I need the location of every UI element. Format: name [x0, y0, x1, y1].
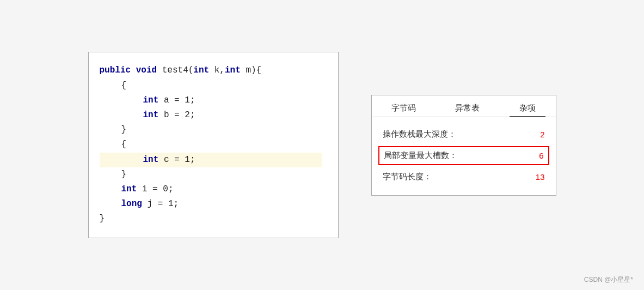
code-line: int i = 0; — [100, 182, 322, 197]
row-stack-value: 2 — [540, 130, 544, 139]
code-line: int c = 1; — [100, 153, 322, 167]
code-line: long j = 1; — [100, 197, 322, 212]
watermark: CSDN @小星星* — [584, 275, 633, 285]
info-body: 操作数栈最大深度：2局部变量最大槽数：6字节码长度：13 — [372, 117, 556, 195]
row-length-value: 13 — [536, 172, 545, 182]
tab-misc[interactable]: 杂项 — [510, 100, 545, 117]
code-line: } — [100, 123, 322, 137]
tabs-row: 字节码异常表杂项 — [372, 95, 556, 117]
code-line: int a = 1; — [100, 93, 322, 108]
row-length-label: 字节码长度： — [383, 172, 432, 182]
code-line: { — [100, 137, 322, 152]
row-locals-label: 局部变量最大槽数： — [384, 150, 457, 161]
code-panel: public void test4(int k,int m){ { int a … — [88, 52, 339, 238]
tab-exception[interactable]: 异常表 — [445, 100, 489, 117]
code-line: } — [100, 212, 322, 226]
tab-bytecode[interactable]: 字节码 — [382, 100, 426, 117]
code-line: } — [100, 167, 322, 182]
row-stack-label: 操作数栈最大深度： — [383, 129, 456, 140]
code-line: public void test4(int k,int m){ — [100, 63, 322, 78]
code-line: int b = 2; — [100, 108, 322, 123]
row-stack: 操作数栈最大深度：2 — [383, 125, 545, 144]
row-locals-value: 6 — [539, 151, 543, 160]
row-length: 字节码长度：13 — [383, 167, 545, 186]
info-panel: 字节码异常表杂项操作数栈最大深度：2局部变量最大槽数：6字节码长度：13 — [371, 95, 556, 196]
row-locals: 局部变量最大槽数：6 — [378, 146, 549, 165]
code-line: { — [100, 78, 322, 93]
